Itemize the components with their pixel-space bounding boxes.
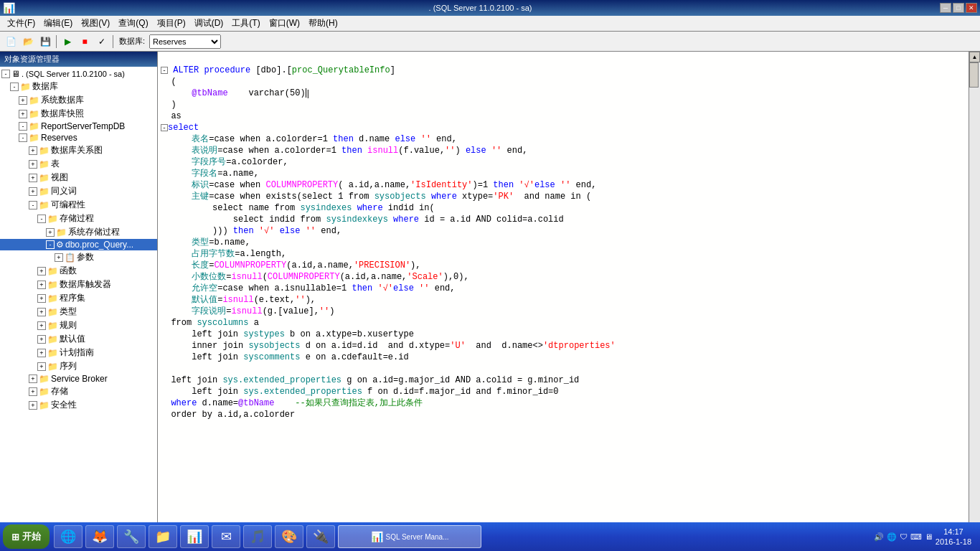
- tree-item-plans[interactable]: + 📁 计划指南: [0, 346, 157, 359]
- tray-icon-2[interactable]: 🌐: [887, 532, 897, 542]
- taskbar-app-6[interactable]: ✉: [212, 525, 240, 548]
- minimize-button[interactable]: ─: [940, 3, 951, 13]
- tree-toggle-types[interactable]: +: [37, 308, 46, 316]
- tree-item-synonyms[interactable]: + 📁 同义词: [0, 184, 157, 198]
- tree-item-syssprocs[interactable]: + 📁 系统存储过程: [0, 225, 157, 239]
- menu-project[interactable]: 项目(P): [153, 16, 190, 31]
- tree-item-functions[interactable]: + 📁 函数: [0, 264, 157, 278]
- tree-toggle-params[interactable]: +: [55, 253, 63, 262]
- menu-debug[interactable]: 调试(D): [190, 16, 228, 31]
- tree-item-rules[interactable]: + 📁 规则: [0, 319, 157, 332]
- tree-toggle-assemblies[interactable]: +: [37, 294, 46, 303]
- title-buttons[interactable]: ─ □ ✕: [940, 3, 977, 13]
- menu-edit[interactable]: 编辑(E): [39, 16, 77, 31]
- tree-toggle-syssprocs[interactable]: +: [46, 228, 55, 237]
- tree-item-types[interactable]: + 📁 类型: [0, 305, 157, 319]
- tree-item-diagram[interactable]: + 📁 数据库关系图: [0, 143, 157, 157]
- tree-toggle-diagram[interactable]: +: [29, 146, 37, 155]
- tree-toggle-plans[interactable]: +: [37, 349, 46, 357]
- tray-icon-3[interactable]: 🛡: [900, 532, 908, 541]
- vert-scrollbar[interactable]: ▲ ▼: [969, 52, 980, 551]
- reserves-icon: 📁: [29, 133, 39, 143]
- tree-item-security[interactable]: + 📁 安全性: [0, 398, 157, 412]
- tree-toggle-tables[interactable]: +: [29, 160, 37, 169]
- new-query-btn[interactable]: 📄: [3, 34, 19, 50]
- tree-toggle-reserves[interactable]: -: [19, 133, 27, 142]
- scroll-track[interactable]: [969, 62, 980, 551]
- taskbar-app-7[interactable]: 🎵: [243, 525, 272, 548]
- tree-toggle-sysdb[interactable]: +: [19, 96, 27, 105]
- assemblies-icon: 📁: [47, 293, 58, 303]
- close-button[interactable]: ✕: [966, 3, 977, 13]
- tree-toggle-synonyms[interactable]: +: [29, 187, 37, 196]
- tree-item-server[interactable]: - 🖥 . (SQL Server 11.0.2100 - sa): [0, 68, 157, 80]
- tree-item-snapshot[interactable]: + 📁 数据库快照: [0, 107, 157, 121]
- collapse-btn-1[interactable]: -: [161, 67, 168, 74]
- tree-item-reporttemp[interactable]: - 📁 ReportServerTempDB: [0, 121, 157, 132]
- tree-toggle-defaults[interactable]: +: [37, 335, 46, 344]
- tree-toggle-storage[interactable]: +: [29, 387, 37, 396]
- database-select[interactable]: Reserves: [149, 34, 221, 49]
- tree-toggle-sequences[interactable]: +: [37, 362, 46, 371]
- menu-help[interactable]: 帮助(H): [304, 16, 342, 31]
- tray-icon-4[interactable]: ⌨: [910, 532, 922, 542]
- tree-item-programmability[interactable]: - 📁 可编程性: [0, 198, 157, 212]
- taskbar-app-5[interactable]: 📊: [180, 525, 209, 548]
- tree-item-views[interactable]: + 📁 视图: [0, 171, 157, 184]
- tree-toggle-databases[interactable]: -: [10, 83, 19, 91]
- tree-item-sysdb[interactable]: + 📁 系统数据库: [0, 93, 157, 107]
- tree-item-sequences[interactable]: + 📁 序列: [0, 359, 157, 373]
- menu-tools[interactable]: 工具(T): [227, 16, 264, 31]
- tree-item-proc[interactable]: - ⚙ dbo.proc_Query...: [0, 239, 157, 250]
- tree-item-tables[interactable]: + 📁 表: [0, 157, 157, 171]
- taskbar-app-9[interactable]: 🔌: [306, 525, 335, 548]
- tree-item-storage[interactable]: + 📁 存储: [0, 385, 157, 398]
- tree-toggle-functions[interactable]: +: [37, 267, 46, 276]
- tray-time[interactable]: 14:17 2016-1-18: [936, 527, 971, 547]
- save-btn[interactable]: 💾: [37, 34, 53, 50]
- tree-item-assemblies[interactable]: + 📁 程序集: [0, 291, 157, 305]
- taskbar-app-2[interactable]: 🦊: [85, 525, 114, 548]
- editor-area[interactable]: - ALTER procedure [dbo].[proc_Querytable…: [158, 52, 969, 551]
- tree-item-params[interactable]: + 📋 参数: [0, 250, 157, 264]
- tree-toggle-server[interactable]: -: [1, 70, 10, 78]
- scroll-up-btn[interactable]: ▲: [969, 52, 980, 62]
- menu-file[interactable]: 文件(F): [3, 16, 39, 31]
- scroll-thumb[interactable]: [969, 62, 979, 88]
- tree-toggle-servicebroker[interactable]: +: [29, 375, 37, 383]
- tree-item-servicebroker[interactable]: + 📁 Service Broker: [0, 373, 157, 385]
- tree-item-defaults[interactable]: + 📁 默认值: [0, 332, 157, 346]
- tree-item-triggers[interactable]: + 📁 数据库触发器: [0, 278, 157, 291]
- tree-toggle-reporttemp[interactable]: -: [19, 122, 27, 131]
- tree-item-databases[interactable]: - 📁 数据库: [0, 80, 157, 93]
- start-button[interactable]: ⊞ 开始: [3, 524, 50, 549]
- toolbar-sep-2: [113, 35, 113, 48]
- tree-label-views: 视图: [51, 171, 68, 184]
- menu-query[interactable]: 查询(Q): [114, 16, 152, 31]
- tray-icon-1[interactable]: 🔊: [874, 532, 884, 542]
- tree-item-reserves[interactable]: - 📁 Reserves: [0, 132, 157, 143]
- tree-item-sprocs[interactable]: - 📁 存储过程: [0, 212, 157, 225]
- stop-btn[interactable]: ■: [77, 34, 93, 50]
- parse-btn[interactable]: ✓: [94, 34, 110, 50]
- tray-icon-5[interactable]: 🖥: [925, 532, 933, 541]
- menu-window[interactable]: 窗口(W): [265, 16, 304, 31]
- collapse-btn-select[interactable]: -: [161, 124, 168, 131]
- tree-toggle-sprocs[interactable]: -: [37, 215, 46, 223]
- open-btn[interactable]: 📂: [20, 34, 36, 50]
- maximize-button[interactable]: □: [953, 3, 964, 13]
- taskbar-app-4[interactable]: 📁: [149, 525, 177, 548]
- tree-toggle-triggers[interactable]: +: [37, 281, 46, 289]
- taskbar-app-3[interactable]: 🔧: [117, 525, 146, 548]
- menu-view[interactable]: 视图(V): [77, 16, 114, 31]
- taskbar-app-8[interactable]: 🎨: [275, 525, 303, 548]
- taskbar-app-1[interactable]: 🌐: [54, 525, 83, 548]
- tree-toggle-security[interactable]: +: [29, 401, 37, 410]
- tree-toggle-views[interactable]: +: [29, 174, 37, 182]
- tree-toggle-rules[interactable]: +: [37, 321, 46, 330]
- tree-toggle-proc[interactable]: -: [46, 240, 55, 249]
- taskbar-active-app[interactable]: 📊 SQL Server Mana...: [338, 525, 481, 548]
- execute-btn[interactable]: ▶: [60, 34, 75, 50]
- tree-toggle-snapshot[interactable]: +: [19, 110, 27, 118]
- tree-toggle-programmability[interactable]: -: [29, 201, 37, 209]
